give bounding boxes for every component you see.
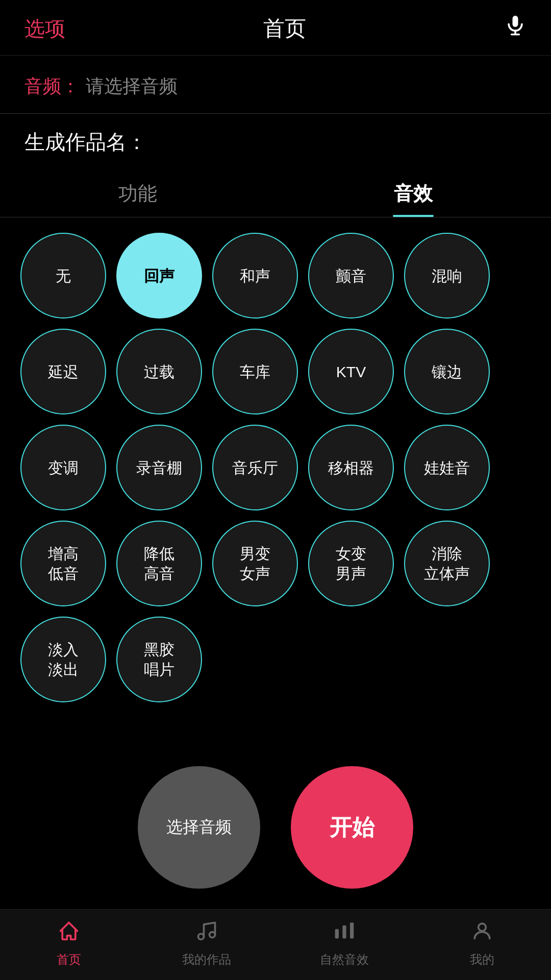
nav-mine-label: 我的 — [470, 951, 494, 968]
effect-garage[interactable]: 车库 — [212, 329, 298, 414]
start-button[interactable]: 开始 — [291, 766, 413, 889]
options-button[interactable]: 选项 — [24, 15, 65, 43]
nav-my-works[interactable]: 我的作品 — [138, 920, 276, 968]
effect-reverb[interactable]: 混响 — [404, 233, 490, 318]
svg-rect-5 — [335, 929, 339, 938]
header: 选项 首页 — [0, 0, 551, 56]
nav-natural-sfx[interactable]: 自然音效 — [276, 920, 413, 968]
effect-fade-in-out[interactable]: 淡入 淡出 — [20, 617, 106, 702]
svg-point-3 — [198, 934, 204, 940]
effects-row-2: 延迟 过载 车库 KTV 镶边 — [20, 329, 531, 414]
effect-overload[interactable]: 过载 — [116, 329, 202, 414]
user-icon — [471, 920, 493, 947]
effects-row-5: 淡入 淡出 黑胶 唱片 — [20, 617, 531, 702]
action-section: 选择音频 开始 — [0, 751, 551, 909]
effect-music-hall[interactable]: 音乐厅 — [212, 425, 298, 510]
tab-function[interactable]: 功能 — [0, 172, 276, 217]
effect-female-to-male[interactable]: 女变 男声 — [308, 521, 394, 606]
effects-row-1: 无 回声 和声 颤音 混响 — [20, 233, 531, 318]
effect-harmony[interactable]: 和声 — [212, 233, 298, 318]
bottom-nav: 首页 我的作品 自然音效 我的 — [0, 909, 551, 980]
effect-remove-stereo[interactable]: 消除 立体声 — [404, 521, 490, 606]
svg-rect-7 — [350, 923, 354, 939]
effect-none[interactable]: 无 — [20, 233, 106, 318]
work-name-label: 生成作品名： — [24, 131, 147, 153]
effect-phaser[interactable]: 移相器 — [308, 425, 394, 510]
microphone-icon[interactable] — [504, 15, 527, 42]
music-icon — [195, 920, 218, 947]
tab-sound-effect[interactable]: 音效 — [276, 172, 551, 217]
nav-mine[interactable]: 我的 — [413, 920, 551, 968]
effect-tremolo[interactable]: 颤音 — [308, 233, 394, 318]
audio-placeholder[interactable]: 请选择音频 — [86, 74, 178, 99]
effect-studio[interactable]: 录音棚 — [116, 425, 202, 510]
nav-my-works-label: 我的作品 — [182, 951, 231, 968]
effect-male-to-female[interactable]: 男变 女声 — [212, 521, 298, 606]
effects-grid: 无 回声 和声 颤音 混响 延迟 过载 车库 KTV 镶边 变调 录音棚 音乐厅… — [0, 217, 551, 751]
effect-delay[interactable]: 延迟 — [20, 329, 106, 414]
effects-row-3: 变调 录音棚 音乐厅 移相器 娃娃音 — [20, 425, 531, 510]
effect-ktv[interactable]: KTV — [308, 329, 394, 414]
svg-rect-0 — [513, 16, 518, 27]
effect-boost-bass[interactable]: 增高 低音 — [20, 521, 106, 606]
svg-rect-6 — [342, 925, 346, 939]
effect-vinyl[interactable]: 黑胶 唱片 — [116, 617, 202, 702]
svg-point-4 — [210, 932, 215, 938]
svg-point-8 — [479, 923, 486, 931]
audio-section: 音频： 请选择音频 — [0, 56, 551, 114]
work-name-section: 生成作品名： — [0, 114, 551, 166]
effect-pitch-shift[interactable]: 变调 — [20, 425, 106, 510]
nav-home[interactable]: 首页 — [0, 920, 138, 968]
home-icon — [58, 920, 80, 947]
nav-home-label: 首页 — [57, 951, 81, 968]
effect-baby-voice[interactable]: 娃娃音 — [404, 425, 490, 510]
nav-natural-sfx-label: 自然音效 — [320, 951, 369, 968]
effect-border[interactable]: 镶边 — [404, 329, 490, 414]
effect-echo[interactable]: 回声 — [116, 233, 202, 318]
effect-lower-treble[interactable]: 降低 高音 — [116, 521, 202, 606]
tabs-container: 功能 音效 — [0, 172, 551, 217]
select-audio-button[interactable]: 选择音频 — [138, 766, 260, 889]
page-title: 首页 — [263, 14, 306, 43]
equalizer-icon — [333, 920, 356, 947]
effects-row-4: 增高 低音 降低 高音 男变 女声 女变 男声 消除 立体声 — [20, 521, 531, 606]
audio-label: 音频： — [24, 74, 80, 99]
